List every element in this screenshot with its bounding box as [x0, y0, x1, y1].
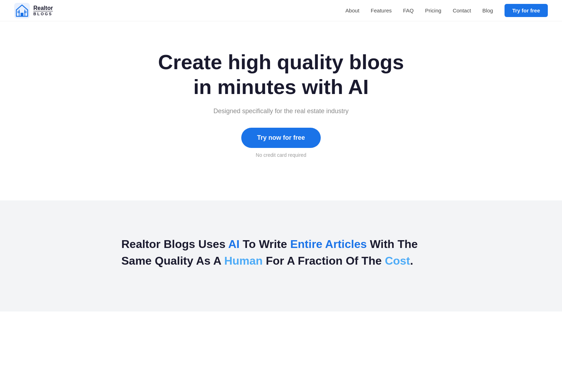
nav-link-pricing[interactable]: Pricing	[425, 7, 441, 13]
features-highlight-entire-articles: Entire Articles	[290, 238, 367, 250]
hero-no-cc-text: No credit card required	[256, 152, 306, 158]
nav-try-free-button[interactable]: Try for free	[505, 4, 548, 17]
nav-item-about[interactable]: About	[346, 7, 359, 14]
nav-item-faq[interactable]: FAQ	[403, 7, 414, 14]
features-text-3: With The	[367, 238, 418, 250]
svg-rect-2	[21, 13, 23, 16]
logo-blogs: BLOGS	[33, 11, 53, 16]
nav-item-features[interactable]: Features	[371, 7, 392, 14]
hero-section: Create high quality blogs in minutes wit…	[0, 21, 562, 200]
svg-rect-4	[24, 11, 27, 13]
logo-realtor: Realtor	[33, 5, 53, 11]
nav-item-pricing[interactable]: Pricing	[425, 7, 441, 14]
features-text-5: For A Fraction Of The	[263, 254, 385, 267]
nav-links: About Features FAQ Pricing Contact Blog …	[346, 4, 548, 17]
hero-subtitle: Designed specifically for the real estat…	[213, 107, 348, 115]
navbar: Realtor BLOGS About Features FAQ Pricing…	[0, 0, 562, 21]
features-highlight-cost: Cost	[385, 254, 410, 267]
svg-rect-3	[17, 11, 20, 13]
nav-link-features[interactable]: Features	[371, 7, 392, 13]
nav-item-blog[interactable]: Blog	[483, 7, 493, 14]
features-section: Realtor Blogs Uses AI To Write Entire Ar…	[0, 200, 562, 311]
nav-link-faq[interactable]: FAQ	[403, 7, 414, 13]
features-headline: Realtor Blogs Uses AI To Write Entire Ar…	[121, 236, 441, 269]
features-text-6: .	[410, 254, 413, 267]
logo-text: Realtor BLOGS	[33, 5, 53, 16]
nav-link-about[interactable]: About	[346, 7, 359, 13]
nav-cta[interactable]: Try for free	[505, 4, 548, 17]
logo-icon	[14, 3, 30, 18]
nav-link-contact[interactable]: Contact	[453, 7, 471, 13]
nav-item-contact[interactable]: Contact	[453, 7, 471, 14]
nav-link-blog[interactable]: Blog	[483, 7, 493, 13]
hero-title: Create high quality blogs in minutes wit…	[157, 50, 405, 99]
features-text-1: Realtor Blogs Uses	[121, 238, 228, 250]
features-inner: Realtor Blogs Uses AI To Write Entire Ar…	[121, 236, 441, 269]
features-highlight-ai: AI	[228, 238, 239, 250]
features-text-4: Same Quality As A	[121, 254, 224, 267]
features-text-2: To Write	[239, 238, 290, 250]
logo[interactable]: Realtor BLOGS	[14, 3, 53, 18]
hero-cta-button[interactable]: Try now for free	[241, 128, 320, 148]
features-highlight-human: Human	[224, 254, 263, 267]
